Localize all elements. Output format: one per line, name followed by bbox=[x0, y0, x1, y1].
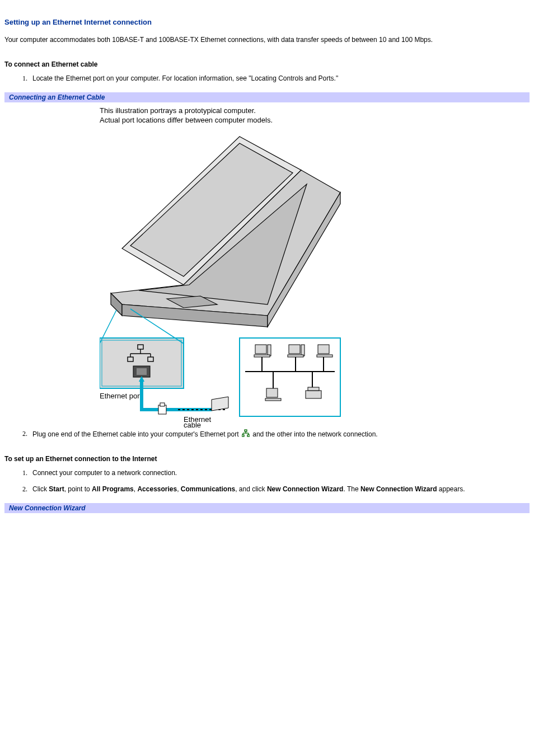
svg-rect-39 bbox=[318, 345, 329, 354]
svg-rect-23 bbox=[160, 403, 165, 406]
bold-term: New Connection Wizard bbox=[360, 485, 437, 493]
figure-caption: New Connection Wizard bbox=[4, 503, 530, 513]
ethernet-icon bbox=[242, 429, 250, 440]
illustration-note: This illustration portrays a prototypica… bbox=[100, 106, 402, 125]
svg-rect-42 bbox=[265, 398, 281, 401]
label-cable-word: cable bbox=[184, 421, 402, 429]
svg-rect-33 bbox=[255, 345, 266, 354]
step-text: . The bbox=[343, 485, 360, 493]
bold-term: Communications bbox=[181, 485, 235, 493]
svg-rect-45 bbox=[245, 430, 247, 431]
step-text: , point to bbox=[64, 485, 92, 493]
section-title: Setting up an Ethernet Internet connecti… bbox=[4, 18, 530, 26]
bold-term: Accessories bbox=[137, 485, 177, 493]
svg-rect-40 bbox=[317, 355, 332, 357]
svg-rect-44 bbox=[308, 387, 319, 391]
intro-paragraph: Your computer accommodates both 10BASE-T… bbox=[4, 35, 530, 45]
svg-rect-18 bbox=[137, 368, 147, 375]
svg-rect-38 bbox=[288, 355, 303, 357]
svg-marker-25 bbox=[212, 397, 228, 411]
step-item: Connect your computer to a network conne… bbox=[29, 468, 530, 478]
illus-note-line: Actual port locations differ between com… bbox=[100, 116, 273, 124]
illus-note-line: This illustration portrays a prototypica… bbox=[100, 106, 256, 115]
ethernet-illustration: Ethernet port Ethernet bbox=[100, 131, 346, 422]
label-ethernet-port: Ethernet port bbox=[100, 392, 142, 400]
svg-rect-36 bbox=[289, 345, 300, 354]
step-item: Locate the Ethernet port on your compute… bbox=[29, 74, 530, 83]
step-text: appears. bbox=[437, 485, 465, 493]
subheading-connect-cable: To connect an Ethernet cable bbox=[4, 60, 530, 68]
svg-rect-35 bbox=[254, 355, 270, 357]
bold-term: All Programs bbox=[92, 485, 134, 493]
svg-rect-50 bbox=[242, 435, 244, 436]
step-item: Click Start, point to All Programs, Acce… bbox=[29, 485, 530, 494]
bold-term: Start bbox=[49, 485, 64, 493]
svg-rect-41 bbox=[266, 388, 278, 397]
steps-connect-cable: Locate the Ethernet port on your compute… bbox=[4, 74, 530, 83]
svg-rect-43 bbox=[306, 391, 321, 398]
svg-rect-51 bbox=[247, 435, 250, 436]
step-text: Click bbox=[32, 485, 49, 493]
steps-connect-cable-cont: Plug one end of the Ethernet cable into … bbox=[4, 429, 530, 440]
step-text: , bbox=[177, 485, 181, 493]
svg-rect-34 bbox=[268, 345, 271, 356]
bold-term: New Connection Wizard bbox=[267, 485, 344, 493]
illustration-block: This illustration portrays a prototypica… bbox=[100, 106, 402, 429]
svg-rect-37 bbox=[301, 345, 305, 356]
steps-setup-internet: Connect your computer to a network conne… bbox=[4, 468, 530, 494]
step-text: and the other into the network connectio… bbox=[252, 430, 377, 438]
step-text: , and click bbox=[235, 485, 267, 493]
subheading-setup-internet: To set up an Ethernet connection to the … bbox=[4, 455, 530, 463]
step-text: Plug one end of the Ethernet cable into … bbox=[32, 430, 241, 438]
step-item: Plug one end of the Ethernet cable into … bbox=[29, 429, 530, 440]
figure-caption: Connecting an Ethernet Cable bbox=[4, 92, 530, 102]
